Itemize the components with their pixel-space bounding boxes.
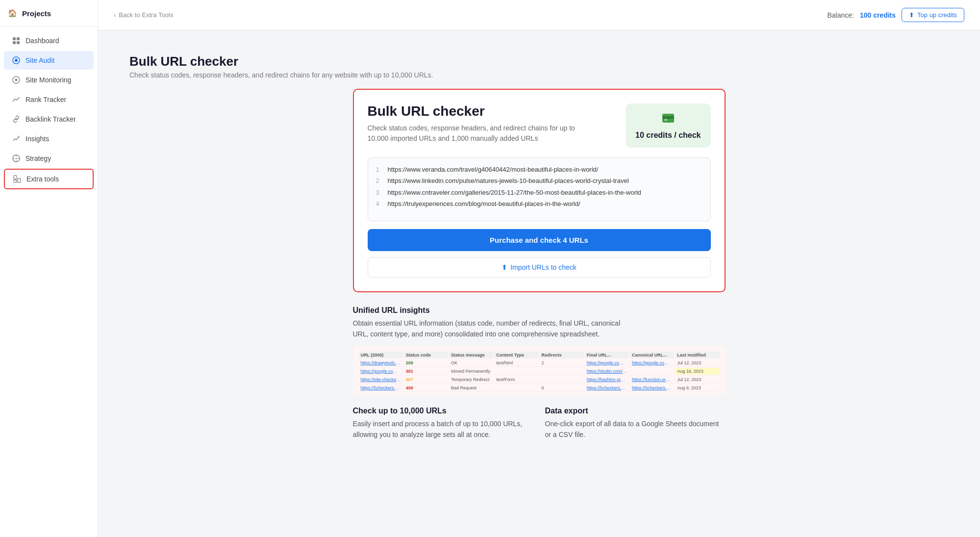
url-line-4: 4 https://trulyexperiences.com/blog/most… — [376, 198, 703, 209]
sp-header-5: Final URL... — [585, 352, 629, 358]
insights-icon — [12, 134, 21, 143]
svg-point-5 — [15, 59, 18, 62]
site-audit-icon — [12, 56, 21, 65]
credits-badge: 10 credits / check — [626, 103, 710, 148]
sp-cell-0-5: https://google.com/speed-test/ — [585, 359, 629, 367]
sp-cell-3-3 — [494, 384, 538, 392]
svg-rect-1 — [17, 37, 20, 40]
card-description: Check status codes, response headers, an… — [368, 123, 593, 144]
main-content: ‹ Back to Extra Tools Balance: 100 credi… — [98, 0, 980, 537]
url-text-3: https://www.cntraveler.com/galleries/201… — [388, 187, 641, 198]
sp-header-1: Status code — [404, 352, 448, 358]
sp-cell-1-2: Moved Permanently — [449, 368, 493, 375]
sp-header-2: Status message — [449, 352, 493, 358]
top-up-icon: ⬆ — [909, 11, 914, 19]
sp-cell-2-3: text/Form — [494, 376, 538, 384]
card-title-section: Bulk URL checker Check status codes, res… — [368, 103, 593, 144]
url-num-1: 1 — [376, 164, 384, 175]
top-up-label: Top up credits — [917, 11, 957, 19]
insights-label: Insights — [25, 135, 49, 143]
purchase-button[interactable]: Purchase and check 4 URLs — [368, 229, 711, 251]
extra-tools-icon — [13, 175, 22, 183]
spreadsheet-preview: URL (2000) Status code Status message Co… — [353, 346, 726, 395]
sp-cell-2-7: Jul 12, 2023 — [675, 376, 719, 384]
dashboard-icon — [12, 36, 21, 45]
sp-header-4: Redirects — [540, 352, 584, 358]
card-header: Bulk URL checker Check status codes, res… — [368, 103, 711, 148]
sidebar-item-dashboard[interactable]: Dashboard — [4, 31, 94, 50]
main-header: ‹ Back to Extra Tools Balance: 100 credi… — [98, 0, 980, 30]
url-input-box[interactable]: 1 https://www.veranda.com/travel/g406404… — [368, 157, 711, 221]
content-area: Bulk URL checker Check status codes, res… — [98, 30, 980, 452]
backlink-tracker-label: Backlink Tracker — [25, 115, 76, 123]
extra-tools-label: Extra tools — [26, 175, 59, 183]
feature-unified-insights: Unified URL insights Obtain essential UR… — [353, 306, 726, 395]
sidebar-item-site-audit[interactable]: Site Audit — [4, 51, 94, 70]
sp-cell-1-3 — [494, 368, 538, 375]
sp-cell-1-0: https://google.com/data-studio/ — [359, 368, 403, 375]
feature-unified-desc: Obtain essential URL information (status… — [353, 318, 637, 340]
url-num-2: 2 — [376, 175, 384, 186]
credits-icon — [635, 111, 701, 128]
sidebar-item-insights[interactable]: Insights — [4, 129, 94, 148]
top-up-button[interactable]: ⬆ Top up credits — [902, 8, 964, 22]
svg-rect-15 — [18, 179, 21, 182]
url-text-4: https://trulyexperiences.com/blog/most-b… — [388, 198, 580, 209]
import-button[interactable]: ⬆ Import URLs to check — [368, 257, 711, 278]
sidebar: 🏠 Projects Dashboard Site Audit Site Mon… — [0, 0, 98, 537]
url-text-2: https://www.linkedin.com/pulse/natures-j… — [388, 175, 629, 186]
url-line-3: 3 https://www.cntraveler.com/galleries/2… — [376, 187, 703, 198]
sp-cell-3-1: 400 — [404, 384, 448, 392]
url-line-1: 1 https://www.veranda.com/travel/g406404… — [376, 164, 703, 175]
rank-tracker-icon — [12, 95, 21, 104]
card-title: Bulk URL checker — [368, 103, 593, 119]
svg-rect-2 — [13, 41, 16, 44]
rank-tracker-label: Rank Tracker — [25, 96, 66, 103]
back-arrow-icon: ‹ — [114, 11, 116, 19]
strategy-icon — [12, 154, 21, 163]
sidebar-item-extra-tools[interactable]: Extra tools — [4, 169, 94, 189]
breadcrumb[interactable]: ‹ Back to Extra Tools — [114, 11, 173, 19]
sp-cell-1-4 — [540, 368, 584, 375]
sp-cell-2-0: https://site-checker.namepatch... — [359, 376, 403, 384]
sp-cell-3-4: 0 — [540, 384, 584, 392]
sp-header-6: Canonical URL... — [630, 352, 674, 358]
sp-cell-1-5: https://studio.com/domine/ — [585, 368, 629, 375]
url-text-1: https://www.veranda.com/travel/g40640442… — [388, 164, 599, 175]
balance-section: Balance: 100 credits ⬆ Top up credits — [827, 8, 964, 22]
spreadsheet-grid: URL (2000) Status code Status message Co… — [359, 352, 720, 392]
sp-cell-0-2: OK — [449, 359, 493, 367]
url-num-3: 3 — [376, 187, 384, 198]
sp-cell-1-6 — [630, 368, 674, 375]
feature-columns: Check up to 10,000 URLs Easily insert an… — [353, 407, 726, 440]
sidebar-item-rank-tracker[interactable]: Rank Tracker — [4, 90, 94, 109]
sidebar-item-strategy[interactable]: Strategy — [4, 149, 94, 168]
site-monitoring-icon — [12, 76, 21, 84]
sp-cell-0-4: 2 — [540, 359, 584, 367]
page-title: Bulk URL checker — [129, 54, 949, 69]
balance-label: Balance: — [827, 11, 854, 19]
home-icon: 🏠 — [8, 9, 17, 18]
sp-cell-3-7: Aug 9, 2023 — [675, 384, 719, 392]
svg-rect-16 — [14, 176, 17, 179]
projects-header[interactable]: 🏠 Projects — [0, 0, 98, 27]
sp-cell-0-6: https://google.com/speed-test/ — [630, 359, 674, 367]
sp-header-3: Content Type — [494, 352, 538, 358]
feature-unified-title: Unified URL insights — [353, 306, 726, 315]
svg-rect-3 — [17, 41, 20, 44]
feature-check-10k-desc: Easily insert and process a batch of up … — [353, 418, 533, 440]
sidebar-item-backlink-tracker[interactable]: Backlink Tracker — [4, 110, 94, 128]
sp-cell-2-2: Temporary Redirect — [449, 376, 493, 384]
sp-cell-1-1: 301 — [404, 368, 448, 375]
sidebar-item-site-monitoring[interactable]: Site Monitoring — [4, 71, 94, 89]
sp-header-0: URL (2000) — [359, 352, 403, 358]
svg-point-9 — [16, 158, 17, 159]
balance-value: 100 credits — [860, 11, 896, 19]
sp-cell-2-5: https://hashton.pro/m/marketing/ — [585, 376, 629, 384]
feature-data-export-desc: One-click export of all data to a Google… — [545, 418, 726, 440]
strategy-label: Strategy — [25, 154, 51, 162]
sp-cell-0-0: https://drawytools.com/clear-m... — [359, 359, 403, 367]
page-title-section: Bulk URL checker Check status codes, res… — [114, 42, 964, 79]
sp-cell-2-4 — [540, 376, 584, 384]
sp-cell-0-1: 200 — [404, 359, 448, 367]
